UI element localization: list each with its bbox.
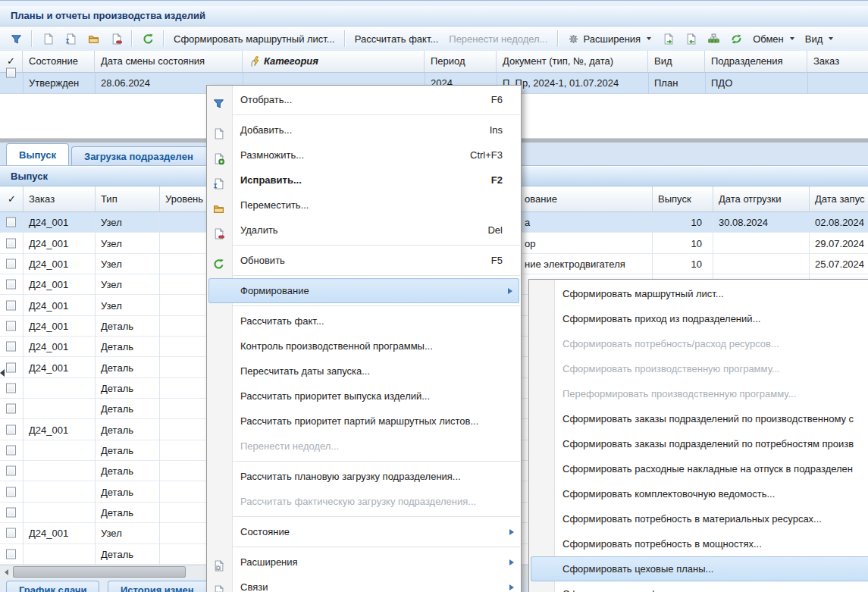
menu-item[interactable]: ОбновитьF5 bbox=[207, 248, 521, 273]
submenu-arrow-icon bbox=[509, 584, 514, 590]
menu-item[interactable]: Контроль производственной программы... bbox=[207, 334, 521, 359]
toolbar-separator bbox=[557, 30, 559, 47]
org-chart-button[interactable] bbox=[702, 30, 725, 47]
tab-grafik-sdachi[interactable]: График сдачи bbox=[6, 581, 99, 592]
doc-delete-icon bbox=[110, 33, 122, 45]
menu-item[interactable]: Рассчитать плановую загрузку подразделен… bbox=[207, 464, 521, 489]
column-header-check[interactable]: ✓ bbox=[8, 186, 16, 211]
toolbar-separator bbox=[131, 30, 133, 47]
menu-item[interactable]: Рассчитать факт... bbox=[207, 309, 521, 334]
row-checkbox[interactable] bbox=[6, 549, 16, 559]
column-header-type[interactable]: Тип bbox=[101, 186, 118, 211]
tab-zagruzka-podrazdelenij[interactable]: Загрузка подразделен bbox=[71, 146, 223, 165]
menu-item[interactable]: Сформировать заказы подразделений по пот… bbox=[529, 431, 868, 456]
cell-order: Д24_001 bbox=[29, 424, 68, 435]
menu-item[interactable]: Сформировать цеховые планы... bbox=[531, 556, 868, 581]
column-header-name[interactable]: ование bbox=[525, 186, 557, 211]
menu-item[interactable]: Сформировать график сдачи... bbox=[529, 581, 868, 592]
menu-item[interactable]: Сформировать расходные накладные на отпу… bbox=[529, 456, 868, 481]
row-checkbox[interactable] bbox=[6, 404, 16, 414]
menu-item[interactable]: Сформировать маршрутный лист... bbox=[529, 281, 868, 306]
cell-order: Д24_001 bbox=[29, 237, 68, 249]
row-checkbox[interactable] bbox=[6, 68, 16, 78]
column-header-order[interactable]: Заказ bbox=[29, 186, 55, 211]
column-header-ship-date[interactable]: Дата отгрузки bbox=[719, 186, 782, 211]
menu-item[interactable]: УдалитьDel bbox=[207, 218, 521, 243]
menu-item-label: Пересчитать даты запуска... bbox=[240, 365, 370, 377]
menu-item-label: Сформировать график сдачи... bbox=[562, 588, 705, 592]
add-button[interactable] bbox=[36, 30, 59, 47]
cell-ship-date: 30.08.2024 bbox=[719, 217, 768, 228]
row-checkbox[interactable] bbox=[6, 466, 16, 476]
move-button[interactable] bbox=[82, 30, 105, 47]
row-checkbox[interactable] bbox=[6, 238, 16, 248]
menu-item[interactable]: Состояние bbox=[207, 519, 521, 544]
refresh-button[interactable] bbox=[136, 30, 159, 47]
row-checkbox[interactable] bbox=[6, 445, 16, 455]
menu-separator bbox=[208, 547, 520, 547]
menu-item-label: Сформировать потребность в материальных … bbox=[562, 513, 822, 525]
filter-button[interactable] bbox=[5, 30, 27, 47]
column-header-kind[interactable]: Вид bbox=[648, 51, 705, 72]
menu-item[interactable]: Связи bbox=[207, 575, 521, 592]
scroll-left-icon[interactable] bbox=[0, 565, 13, 578]
menu-item[interactable]: Рассчитать приоритет партий маршрутных л… bbox=[207, 409, 521, 434]
exchange-icon-button[interactable] bbox=[725, 30, 747, 47]
move-unfinished-button: Перенести недодел... bbox=[443, 31, 553, 47]
row-checkbox[interactable] bbox=[6, 362, 16, 372]
edit-button[interactable] bbox=[59, 30, 82, 47]
calc-fact-button[interactable]: Рассчитать факт... bbox=[349, 31, 444, 47]
column-header-state-date[interactable]: Дата смены состояния bbox=[95, 51, 243, 72]
row-checkbox[interactable] bbox=[6, 528, 16, 538]
scrollbar-thumb[interactable] bbox=[13, 566, 186, 578]
menu-item[interactable]: Сформировать потребность в материальных … bbox=[529, 506, 868, 531]
row-checkbox[interactable] bbox=[6, 342, 16, 352]
row-checkbox[interactable] bbox=[6, 424, 16, 434]
menu-item[interactable]: Сформировать комплектовочную ведомость..… bbox=[529, 481, 868, 506]
export-button[interactable] bbox=[656, 30, 679, 47]
column-header-document[interactable]: Документ (тип, №, дата) bbox=[497, 51, 648, 72]
menu-item[interactable]: Сформировать потребность в мощностях... bbox=[529, 531, 868, 556]
menu-item[interactable]: Пересчитать даты запуска... bbox=[207, 359, 521, 384]
column-header-state[interactable]: Состояние bbox=[23, 51, 95, 72]
menu-item[interactable]: Переместить... bbox=[207, 193, 521, 218]
menu-item-label: Исправить... bbox=[240, 174, 302, 186]
splitter-collapse-icon[interactable] bbox=[0, 369, 5, 377]
delete-button[interactable] bbox=[105, 30, 127, 47]
column-header-departments[interactable]: Подразделения bbox=[705, 51, 807, 72]
row-checkbox[interactable] bbox=[6, 383, 16, 393]
menu-item[interactable]: Размножить...Ctrl+F3 bbox=[207, 143, 521, 168]
column-header-launch-date[interactable]: Дата запус bbox=[815, 186, 864, 211]
exchange-button[interactable]: Обмен bbox=[747, 31, 800, 47]
menu-item[interactable]: Отобрать...F6 bbox=[207, 87, 521, 112]
extensions-button[interactable]: Расширения bbox=[562, 30, 657, 47]
row-checkbox[interactable] bbox=[6, 300, 16, 310]
form-route-sheet-button[interactable]: Сформировать маршрутный лист... bbox=[168, 31, 340, 47]
row-checkbox[interactable] bbox=[6, 218, 16, 227]
cell-type: Деталь bbox=[101, 362, 133, 373]
menu-item[interactable]: Сформировать заказы подразделений по про… bbox=[529, 406, 868, 431]
column-header-period[interactable]: Период bbox=[425, 51, 497, 72]
menu-item[interactable]: Рассчитать приоритет выпуска изделий... bbox=[207, 384, 521, 409]
tab-vypusk[interactable]: Выпуск bbox=[6, 143, 69, 165]
row-checkbox[interactable] bbox=[6, 507, 16, 517]
menu-item-label: Связи bbox=[240, 581, 268, 592]
view-button[interactable]: Вид bbox=[800, 31, 839, 47]
menu-item-shortcut: Del bbox=[487, 218, 503, 243]
import-button[interactable] bbox=[679, 30, 702, 47]
cell-state: Утвержден bbox=[29, 73, 79, 93]
column-header-order[interactable]: Заказ bbox=[807, 51, 868, 72]
row-checkbox[interactable] bbox=[6, 487, 16, 496]
menu-item[interactable]: Сформировать приход из подразделений... bbox=[529, 306, 868, 331]
row-checkbox[interactable] bbox=[6, 258, 16, 268]
menu-item[interactable]: Добавить...Ins bbox=[207, 117, 521, 143]
column-header-category[interactable]: Категория bbox=[243, 51, 425, 72]
menu-item[interactable]: Исправить...F2 bbox=[207, 168, 521, 193]
toolbar-separator bbox=[344, 30, 346, 47]
tab-istoriya-izmenenij[interactable]: История измен bbox=[108, 581, 214, 592]
menu-item[interactable]: Формирование bbox=[208, 278, 519, 303]
row-checkbox[interactable] bbox=[6, 280, 16, 290]
column-header-output[interactable]: Выпуск bbox=[658, 186, 691, 211]
row-checkbox[interactable] bbox=[6, 321, 16, 330]
menu-item[interactable]: Расширения bbox=[207, 550, 521, 575]
